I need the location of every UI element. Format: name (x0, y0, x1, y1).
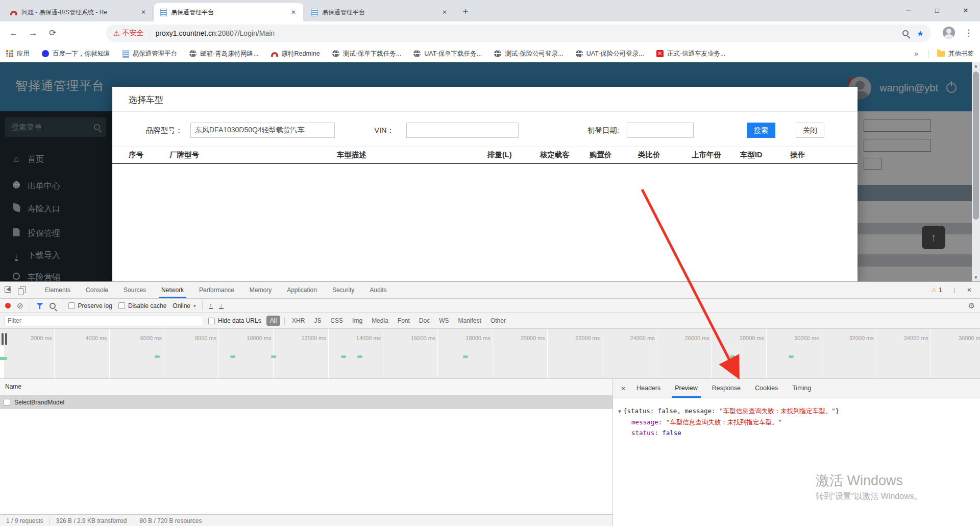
timeline-request-mark (341, 355, 346, 358)
inspect-element-icon[interactable] (0, 286, 15, 294)
detail-close-icon[interactable]: ✕ (617, 385, 629, 392)
new-tab-button[interactable]: + (458, 5, 473, 19)
request-type-filter[interactable]: Doc (415, 316, 433, 326)
devtools-menu-icon[interactable]: ⋮ (951, 286, 958, 294)
devtools-tab[interactable]: Sources (116, 282, 154, 298)
detail-tab[interactable]: Timing (785, 379, 818, 398)
devtools-tab[interactable]: Application (279, 282, 325, 298)
checkbox[interactable] (68, 302, 75, 309)
network-filter-input[interactable] (4, 316, 203, 326)
bookmark-redmine[interactable]: 康特Redmine (271, 50, 320, 58)
table-column-header: 车型ID (740, 150, 790, 160)
disable-cache-checkbox[interactable]: Disable cache (118, 302, 166, 309)
bookmarks-overflow-icon[interactable]: » (914, 50, 918, 58)
profile-avatar[interactable] (943, 27, 955, 39)
request-type-filter[interactable]: CSS (327, 316, 347, 326)
settings-gear-icon[interactable]: ⚙ (968, 301, 975, 310)
bookmark-xintong[interactable]: ✕ 正式-信通车友业务... (656, 50, 726, 58)
preserve-log-checkbox[interactable]: Preserve log (68, 302, 112, 309)
detail-tab[interactable]: Response (705, 379, 748, 398)
search-icon[interactable] (50, 303, 56, 309)
bookmark-uat-download[interactable]: UAT-保单下载任务... (413, 50, 482, 58)
devtools-tab[interactable]: Security (325, 282, 362, 298)
browser-tab-redmine[interactable]: 问题 - 易保通-B/S管理系统 - Re ✕ (4, 3, 153, 21)
scrollbar-thumb[interactable] (973, 71, 979, 220)
devtools-tab[interactable]: Console (78, 282, 116, 298)
request-type-filter[interactable]: JS (310, 316, 325, 326)
search-button[interactable]: 搜索 (747, 123, 775, 138)
clear-icon[interactable]: ⊘ (17, 302, 23, 309)
timeline-tick: 22000 ms (548, 329, 602, 379)
back-icon[interactable]: ← (7, 27, 20, 40)
expander-icon[interactable]: ▼ (618, 409, 621, 414)
request-type-filter[interactable]: Img (349, 316, 366, 326)
request-type-filter[interactable]: WS (435, 316, 452, 326)
detail-tab[interactable]: Cookies (748, 379, 785, 398)
tab-close-icon[interactable]: ✕ (139, 9, 148, 16)
device-toolbar-icon[interactable] (15, 286, 31, 295)
browser-menu-icon[interactable]: ⋮ (964, 28, 973, 38)
bookmark-test-login[interactable]: 测试-保险公司登录... (494, 50, 564, 58)
other-bookmarks-button[interactable]: 其他书签 (928, 50, 974, 58)
devtools-close-icon[interactable]: ✕ (967, 286, 972, 294)
devtools-tab[interactable]: Memory (242, 282, 279, 298)
hide-data-urls-checkbox[interactable]: Hide data URLs (208, 317, 261, 324)
request-type-filter[interactable]: All (266, 316, 280, 326)
network-overview-timeline[interactable]: 2000 ms4000 ms6000 ms8000 ms10000 ms1200… (0, 329, 980, 379)
tab-close-icon[interactable]: ✕ (440, 9, 449, 16)
security-chip[interactable]: ⚠ 不安全 (113, 29, 144, 38)
detail-tab[interactable]: Headers (629, 379, 668, 398)
request-type-filter[interactable]: Media (368, 316, 392, 326)
page-scrollbar[interactable]: ▲ ▼ (972, 62, 980, 281)
checkbox[interactable] (208, 318, 215, 324)
timeline-left-strip (0, 346, 4, 379)
request-type-filter[interactable]: XHR (288, 316, 308, 326)
timeline-grip[interactable] (5, 333, 7, 345)
timeline-tick: 12000 ms (274, 329, 328, 379)
request-checkbox[interactable] (4, 399, 10, 405)
scroll-up-icon[interactable]: ▲ (972, 62, 980, 70)
devtools-tab[interactable]: Elements (37, 282, 78, 298)
import-har-icon[interactable]: ↑ (209, 302, 213, 309)
window-close-button[interactable]: ✕ (951, 0, 980, 21)
bookmark-apps[interactable]: 应用 (6, 50, 30, 58)
requests-name-column-header[interactable]: Name (0, 379, 612, 395)
first-register-date-input[interactable] (627, 123, 694, 138)
vin-input[interactable] (406, 123, 519, 138)
bookmark-star-icon[interactable]: ★ (917, 29, 924, 38)
zoom-icon[interactable] (902, 30, 909, 36)
window-maximize-button[interactable]: □ (923, 0, 951, 21)
timeline-grip[interactable] (2, 333, 4, 345)
tab-title: 易保通管理平台 (171, 8, 289, 17)
tab-close-icon[interactable]: ✕ (289, 9, 298, 16)
record-icon[interactable] (5, 303, 11, 308)
detail-tab[interactable]: Preview (668, 379, 704, 398)
browser-tab-ybt-2[interactable]: 易保通管理平台 ✕ (305, 3, 454, 21)
bookmark-mail[interactable]: 邮箱-青岛康特网络... (189, 50, 259, 58)
window-minimize-button[interactable]: ─ (894, 0, 923, 21)
browser-tab-ybt-active[interactable]: 易保通管理平台 ✕ (154, 3, 303, 21)
bookmark-test-download[interactable]: 测试-保单下载任务... (332, 50, 402, 58)
close-button[interactable]: 关闭 (796, 123, 824, 138)
throttling-select[interactable]: Online ▾ (173, 302, 195, 309)
brand-model-input[interactable] (190, 123, 335, 138)
devtools-tab[interactable]: Network (154, 282, 191, 298)
devtools-tab[interactable]: Performance (191, 282, 242, 298)
request-row-selectbrandmodel[interactable]: SelectBrandModel (0, 395, 612, 409)
timeline-request-mark (155, 355, 160, 358)
scroll-down-icon[interactable]: ▼ (972, 274, 980, 281)
forward-icon[interactable]: → (27, 27, 40, 40)
request-type-filter[interactable]: Other (487, 316, 509, 326)
console-warning-badge[interactable]: ⚠ 1 (931, 286, 942, 294)
bookmark-ybt[interactable]: 易保通管理平台 (122, 50, 178, 58)
export-har-icon[interactable]: ↓ (219, 302, 224, 309)
devtools-tab[interactable]: Audits (362, 282, 394, 298)
filter-funnel-icon[interactable] (36, 302, 43, 309)
bookmark-uat-login[interactable]: UAT-保险公司登录... (576, 50, 644, 58)
request-type-filter[interactable]: Manifest (455, 316, 485, 326)
checkbox[interactable] (118, 302, 125, 309)
url-input[interactable]: ⚠ 不安全 proxy1.countnet.cn :20807/Login/Ma… (106, 25, 931, 42)
bookmark-baidu[interactable]: 百度一下，你就知道 (42, 50, 110, 58)
request-type-filter[interactable]: Font (394, 316, 413, 326)
reload-icon[interactable]: ⟳ (46, 27, 59, 40)
